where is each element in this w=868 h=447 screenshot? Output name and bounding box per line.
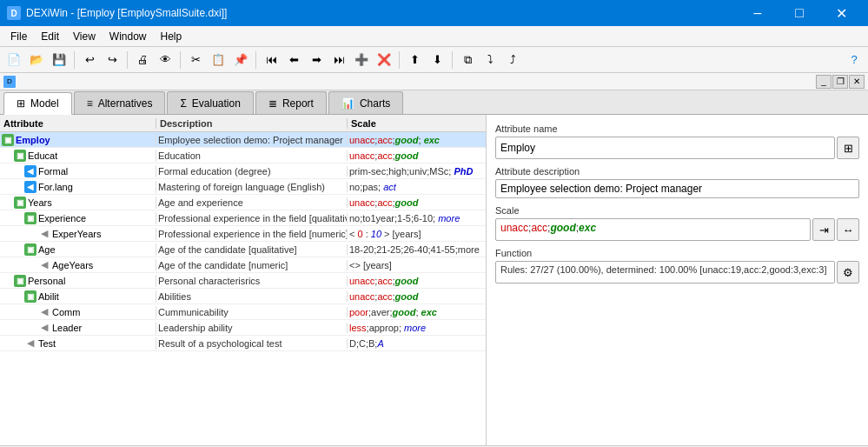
left-panel: Attribute Description Scale ▣ Employ Emp… xyxy=(0,115,487,445)
mdi-close-button[interactable]: ✕ xyxy=(849,75,865,89)
last-button[interactable]: ⏭ xyxy=(328,50,349,70)
desc-personal: Personal characterisrics xyxy=(156,276,348,286)
preview-button[interactable]: 👁 xyxy=(155,50,176,70)
mdi-bar: D _ ❐ ✕ xyxy=(0,73,868,90)
prev-button[interactable]: ⬅ xyxy=(283,50,304,70)
icon-basic-formal: ◀ xyxy=(24,165,36,177)
delete-button[interactable]: ❌ xyxy=(374,50,394,70)
title-controls: – □ ✕ xyxy=(738,0,861,26)
add-button[interactable]: ➕ xyxy=(351,50,372,70)
attr-name-input[interactable] xyxy=(495,137,835,159)
tree-row-age[interactable]: ▣ Age Age of the candidate [qualitative]… xyxy=(0,242,486,257)
desc-forlang: Mastering of foreign language (English) xyxy=(156,182,348,192)
mdi-restore-button[interactable]: ❐ xyxy=(832,75,848,89)
move-down-button[interactable]: ⬇ xyxy=(427,50,447,70)
scale-edit-button[interactable]: ⇥ xyxy=(812,218,835,241)
help-button[interactable]: ? xyxy=(844,50,865,70)
icon-basic-forlang: ◀ xyxy=(24,181,36,193)
import-button[interactable]: ⤵ xyxy=(480,50,500,70)
tree-header: Attribute Description Scale xyxy=(0,115,486,132)
function-edit-button[interactable]: ⚙ xyxy=(837,261,859,284)
export-button[interactable]: ⤴ xyxy=(502,50,523,70)
scale-age: 18-20;21-25;26-40;41-55;more xyxy=(348,244,486,255)
function-text: Rules: 27/27 (100.00%), determined: 100.… xyxy=(495,261,835,284)
label-years: Years xyxy=(28,197,52,208)
scale-expand-button[interactable]: ↔ xyxy=(837,218,859,241)
tree-row-abilit[interactable]: ▣ Abilit Abilities unacc;acc;good xyxy=(0,289,486,304)
right-panel: Attribute name ⊞ Attribute description S… xyxy=(487,115,868,445)
tree-row-test[interactable]: ◀ Test Result of a psychological test D;… xyxy=(0,336,486,351)
label-educat: Educat xyxy=(28,150,57,161)
paste-button[interactable]: 📌 xyxy=(230,50,251,70)
desc-years: Age and experience xyxy=(156,197,348,208)
label-ageyears: AgeYears xyxy=(52,260,93,270)
tree-row-leader[interactable]: ◀ Leader Leadership ability less;approp;… xyxy=(0,320,486,336)
mdi-min-button[interactable]: _ xyxy=(816,75,832,89)
minimize-button[interactable]: – xyxy=(738,0,778,26)
cut-button[interactable]: ✂ xyxy=(185,50,206,70)
tree-row-ageyears[interactable]: ◀ AgeYears Age of the candidate [numeric… xyxy=(0,257,486,273)
tree-table: ▣ Employ Employee selection demo: Projec… xyxy=(0,132,486,445)
menu-edit[interactable]: Edit xyxy=(34,27,66,46)
scale-test: D;C;B;A xyxy=(348,338,486,349)
tab-charts[interactable]: 📊 Charts xyxy=(328,91,403,114)
attr-name-icon-button[interactable]: ⊞ xyxy=(837,137,859,159)
attr-name-label: Attribute name xyxy=(495,123,859,134)
tab-alternatives[interactable]: ≡ Alternatives xyxy=(74,91,166,114)
tree-row-employ[interactable]: ▣ Employ Employee selection demo: Projec… xyxy=(0,132,486,148)
tree-row-educat[interactable]: ▣ Educat Education unacc;acc;good xyxy=(0,148,486,163)
copy2-button[interactable]: ⧉ xyxy=(457,50,478,70)
tree-row-comm[interactable]: ◀ Comm Cummunicability poor;aver;good; e… xyxy=(0,304,486,320)
menu-help[interactable]: Help xyxy=(154,27,189,46)
icon-basic-comm: ◀ xyxy=(38,306,50,318)
scale-ageyears: <> [years] xyxy=(348,260,486,270)
save-button[interactable]: 💾 xyxy=(49,50,70,70)
attr-desc-group: Attribute description xyxy=(495,166,859,198)
tab-bar: ⊞ Model ≡ Alternatives Σ Evaluation ≣ Re… xyxy=(0,90,868,115)
tab-report-icon: ≣ xyxy=(268,97,277,110)
redo-button[interactable]: ↪ xyxy=(102,50,123,70)
scale-employ: unacc;acc;good; exc xyxy=(348,135,486,145)
desc-age: Age of the candidate [qualitative] xyxy=(156,244,348,255)
tree-row-years[interactable]: ▣ Years Age and experience unacc;acc;goo… xyxy=(0,195,486,210)
tab-report[interactable]: ≣ Report xyxy=(255,91,327,114)
tab-evaluation-icon: Σ xyxy=(180,97,186,110)
label-leader: Leader xyxy=(52,323,82,333)
tab-evaluation[interactable]: Σ Evaluation xyxy=(167,91,253,114)
first-button[interactable]: ⏮ xyxy=(261,50,282,70)
print-button[interactable]: 🖨 xyxy=(132,50,153,70)
app-icon: D xyxy=(7,6,21,20)
tree-row-formal[interactable]: ◀ Formal Formal education (degree) prim-… xyxy=(0,163,486,179)
sep4 xyxy=(255,51,256,69)
menu-window[interactable]: Window xyxy=(103,27,154,46)
next-button[interactable]: ➡ xyxy=(306,50,327,70)
open-button[interactable]: 📂 xyxy=(26,50,47,70)
icon-agg-employ: ▣ xyxy=(2,134,14,146)
desc-educat: Education xyxy=(156,150,348,161)
attr-desc-input[interactable] xyxy=(495,179,859,198)
tree-row-experyears[interactable]: ◀ ExperYears Professional experience in … xyxy=(0,226,486,242)
tree-row-forlang[interactable]: ◀ For.lang Mastering of foreign language… xyxy=(0,179,486,195)
copy-button[interactable]: 📋 xyxy=(208,50,229,70)
tab-model-icon: ⊞ xyxy=(17,97,25,110)
move-up-button[interactable]: ⬆ xyxy=(404,50,425,70)
mdi-icon: D xyxy=(3,76,16,88)
desc-comm: Cummunicability xyxy=(156,307,348,317)
undo-button[interactable]: ↩ xyxy=(79,50,100,70)
scale-abilit: unacc;acc;good xyxy=(348,291,486,302)
tree-row-personal[interactable]: ▣ Personal Personal characterisrics unac… xyxy=(0,273,486,289)
sep1 xyxy=(74,51,75,69)
maximize-button[interactable]: □ xyxy=(779,0,819,26)
tree-row-experience[interactable]: ▣ Experience Professional experience in … xyxy=(0,210,486,226)
menu-file[interactable]: File xyxy=(3,27,34,46)
sep6 xyxy=(452,51,453,69)
menu-view[interactable]: View xyxy=(66,27,103,46)
new-button[interactable]: 📄 xyxy=(3,50,24,70)
desc-formal: Formal education (degree) xyxy=(156,166,348,177)
scale-experience: no;to1year;1-5;6-10; more xyxy=(348,213,486,224)
tab-model[interactable]: ⊞ Model xyxy=(3,92,72,115)
attr-desc-label: Attribute description xyxy=(495,166,859,177)
desc-experyears: Professional experience in the field [nu… xyxy=(156,229,348,239)
close-button[interactable]: ✕ xyxy=(821,0,861,26)
function-group: Function Rules: 27/27 (100.00%), determi… xyxy=(495,248,859,284)
